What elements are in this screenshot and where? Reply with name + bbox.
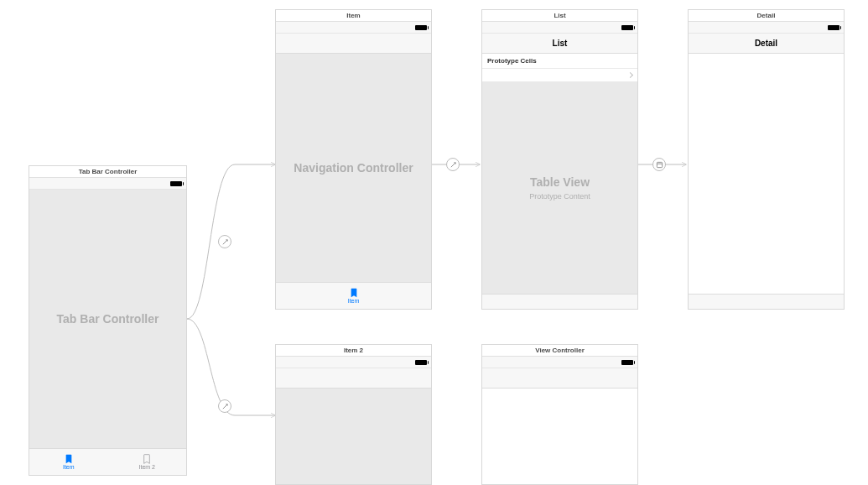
status-bar: [482, 357, 637, 368]
scene-item[interactable]: Item Navigation Controller Item: [275, 9, 432, 310]
tab-bar: Item: [276, 282, 431, 309]
scene-tab-bar-controller[interactable]: Tab Bar Controller Tab Bar Controller It…: [29, 165, 187, 476]
tab-item[interactable]: Item: [348, 283, 360, 309]
placeholder-sublabel: Prototype Content: [529, 192, 590, 201]
placeholder-label: Tab Bar Controller: [57, 312, 159, 326]
bookmark-icon: [143, 454, 151, 464]
tab-bar: Item Item 2: [29, 448, 186, 475]
battery-icon: [415, 360, 427, 365]
scene-title: Detail: [689, 10, 844, 22]
scene-title: Item 2: [276, 345, 431, 357]
battery-icon: [828, 25, 839, 30]
prototype-cell[interactable]: [482, 69, 637, 82]
segue-badge-relationship-1[interactable]: [218, 235, 231, 248]
placeholder-label: Table View: [530, 175, 590, 189]
scene-title: Item: [276, 10, 431, 22]
scene-item-2[interactable]: Item 2: [275, 344, 432, 485]
chevron-right-icon: [627, 72, 633, 78]
body-area: Tab Bar Controller: [29, 190, 186, 448]
battery-icon: [621, 25, 633, 30]
navigation-bar: Detail: [689, 34, 844, 54]
toolbar-placeholder: [689, 294, 844, 309]
toolbar-placeholder: [482, 294, 637, 309]
bookmark-icon: [65, 454, 73, 464]
status-bar: [276, 357, 431, 368]
tab-item-label: Item: [348, 298, 360, 304]
status-bar: [482, 22, 637, 34]
status-bar: [689, 22, 844, 34]
navigation-bar: [276, 34, 431, 54]
body-area: [482, 389, 637, 484]
body-area: Table View Prototype Content: [482, 82, 637, 294]
battery-icon: [170, 181, 182, 186]
tab-item-label: Item: [63, 464, 75, 470]
status-bar: [276, 22, 431, 34]
status-bar: [29, 178, 186, 190]
svg-rect-0: [657, 162, 662, 167]
placeholder-label: Navigation Controller: [294, 161, 413, 175]
tab-item-2[interactable]: Item 2: [108, 449, 187, 475]
tab-item-1[interactable]: Item: [29, 449, 108, 475]
scene-detail[interactable]: Detail Detail: [688, 9, 845, 310]
segue-badge-show[interactable]: [652, 158, 666, 171]
body-area: Navigation Controller: [276, 54, 431, 282]
segue-badge-relationship-2[interactable]: [218, 399, 231, 413]
segue-badge-root[interactable]: [446, 158, 460, 171]
scene-title: List: [482, 10, 637, 22]
scene-title: Tab Bar Controller: [29, 166, 186, 178]
navigation-bar: [276, 368, 431, 389]
nav-title: List: [553, 39, 568, 48]
navigation-bar: [482, 368, 637, 389]
nav-title: Detail: [755, 39, 777, 48]
tab-item-label: Item 2: [139, 464, 155, 470]
scene-title: View Controller: [482, 345, 637, 357]
scene-view-controller[interactable]: View Controller: [481, 344, 638, 485]
scene-list[interactable]: List List Prototype Cells Table View Pro…: [481, 9, 638, 310]
prototype-cells-header: Prototype Cells: [482, 54, 637, 69]
body-area: [276, 389, 431, 484]
battery-icon: [621, 360, 633, 365]
bookmark-icon: [350, 288, 358, 298]
body-area: [689, 54, 844, 294]
navigation-bar: List: [482, 34, 637, 54]
battery-icon: [415, 25, 427, 30]
